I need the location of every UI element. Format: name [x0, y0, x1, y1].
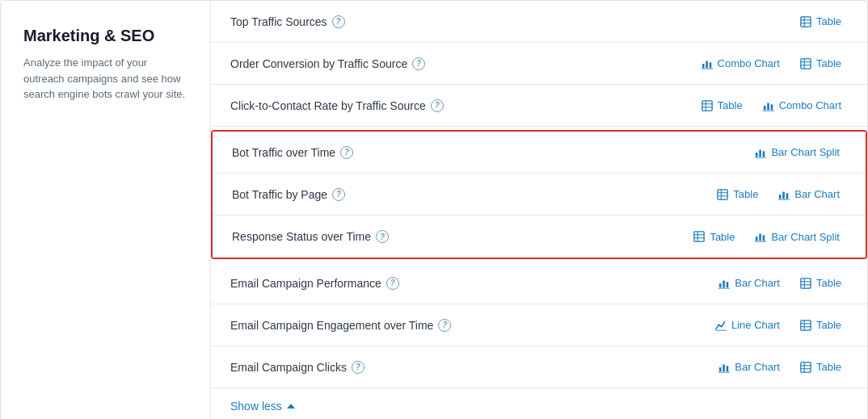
combo-icon	[762, 99, 775, 112]
action-combo-click-to-contact[interactable]: Combo Chart	[756, 96, 848, 115]
svg-rect-18	[770, 104, 773, 110]
svg-rect-37	[760, 234, 762, 241]
report-name-bot-traffic-page: Bot Traffic by Page?	[232, 188, 710, 201]
report-row-response-status: Response Status over Time? Table Bar Cha…	[213, 216, 866, 258]
report-name-bot-traffic-time: Bot Traffic over Time?	[232, 146, 748, 159]
svg-rect-6	[709, 62, 711, 68]
chevron-up-icon	[287, 404, 295, 409]
report-name-response-status: Response Status over Time?	[232, 230, 686, 243]
report-name-order-conversion: Order Conversion by Traffic Source?	[230, 57, 694, 70]
action-label: Table	[733, 188, 758, 200]
question-icon[interactable]: ?	[412, 57, 425, 70]
line-icon	[714, 319, 727, 332]
question-icon[interactable]: ?	[438, 319, 451, 332]
action-label: Bar Chart	[735, 361, 780, 373]
svg-rect-38	[763, 235, 765, 241]
svg-rect-54	[723, 364, 726, 371]
action-bar-bot-traffic-time[interactable]: Bar Chart Split	[748, 143, 846, 162]
report-name-email-campaign-engagement: Email Campaign Engagement over Time?	[230, 319, 708, 332]
report-row-click-to-contact: Click-to-Contact Rate by Traffic Source?…	[211, 85, 867, 127]
svg-rect-0	[801, 16, 811, 26]
report-actions-email-campaign-performance: Bar Chart Table	[711, 274, 848, 293]
rows-container: Top Traffic Sources? TableOrder Conversi…	[211, 1, 867, 388]
sidebar-description: Analyze the impact of your outreach camp…	[23, 55, 188, 103]
action-label: Table	[816, 15, 841, 27]
report-actions-order-conversion: Combo Chart Table	[694, 54, 848, 73]
table-icon	[693, 230, 706, 243]
table-icon	[799, 361, 812, 374]
action-bar-email-campaign-performance[interactable]: Bar Chart	[711, 274, 786, 293]
question-icon[interactable]: ?	[376, 230, 389, 243]
bar-icon	[754, 230, 767, 243]
report-name-email-campaign-performance: Email Campaign Performance?	[230, 277, 711, 290]
action-label: Table	[816, 319, 841, 331]
report-row-email-campaign-engagement: Email Campaign Engagement over Time? Lin…	[211, 304, 867, 346]
action-combo-order-conversion[interactable]: Combo Chart	[694, 54, 786, 73]
bar-icon	[754, 146, 767, 159]
action-label: Bar Chart	[735, 277, 780, 289]
report-name-text: Click-to-Contact Rate by Traffic Source	[230, 99, 426, 112]
svg-rect-22	[763, 151, 765, 157]
question-icon[interactable]: ?	[340, 146, 353, 159]
action-table-order-conversion[interactable]: Table	[793, 54, 848, 73]
show-less-row: Show less	[211, 388, 867, 419]
svg-rect-42	[727, 282, 729, 287]
svg-rect-5	[706, 61, 708, 68]
svg-rect-40	[719, 283, 722, 287]
main-content: Top Traffic Sources? TableOrder Conversi…	[211, 1, 867, 419]
report-name-text: Bot Traffic over Time	[232, 146, 335, 159]
action-label: Table	[816, 277, 841, 289]
svg-rect-44	[801, 278, 811, 287]
question-icon[interactable]: ?	[352, 361, 364, 374]
report-name-text: Email Campaign Engagement over Time	[230, 319, 433, 332]
svg-rect-21	[760, 149, 762, 157]
bar-icon	[718, 361, 731, 374]
report-actions-email-campaign-engagement: Line Chart Table	[708, 316, 848, 335]
svg-rect-8	[801, 58, 811, 68]
table-icon	[701, 99, 714, 112]
report-actions-click-to-contact: Table Combo Chart	[694, 96, 848, 115]
svg-rect-17	[767, 103, 769, 110]
svg-rect-36	[756, 237, 758, 241]
report-name-text: Bot Traffic by Page	[232, 188, 327, 201]
action-label: Table	[710, 231, 735, 243]
action-bar-email-campaign-clicks[interactable]: Bar Chart	[711, 358, 786, 377]
action-table-bot-traffic-page[interactable]: Table	[710, 185, 765, 204]
action-label: Table	[718, 99, 743, 111]
action-label: Table	[816, 361, 841, 373]
bar-icon	[777, 188, 790, 201]
action-table-response-status[interactable]: Table	[686, 227, 741, 246]
svg-rect-16	[764, 106, 766, 110]
table-icon	[799, 57, 812, 70]
sidebar-title: Marketing & SEO	[23, 27, 188, 45]
action-table-email-campaign-clicks[interactable]: Table	[793, 358, 848, 377]
show-less-label: Show less	[230, 400, 282, 413]
action-table-email-campaign-performance[interactable]: Table	[793, 274, 848, 293]
svg-rect-28	[779, 195, 782, 199]
combo-icon	[701, 57, 714, 70]
action-table-click-to-contact[interactable]: Table	[694, 96, 749, 115]
show-less-button[interactable]: Show less	[230, 400, 295, 413]
action-bar-response-status[interactable]: Bar Chart Split	[748, 227, 846, 246]
report-actions-top-traffic-sources: Table	[793, 12, 848, 31]
question-icon[interactable]: ?	[332, 15, 345, 28]
action-label: Bar Chart Split	[771, 146, 840, 158]
action-line-email-campaign-engagement[interactable]: Line Chart	[708, 316, 786, 335]
svg-rect-24	[718, 189, 727, 199]
report-row-bot-traffic-time: Bot Traffic over Time? Bar Chart Split	[213, 132, 866, 174]
action-table-email-campaign-engagement[interactable]: Table	[793, 316, 848, 335]
page-container: Marketing & SEO Analyze the impact of yo…	[0, 0, 868, 419]
report-actions-bot-traffic-time: Bar Chart Split	[748, 143, 846, 162]
action-label: Bar Chart Split	[771, 231, 840, 243]
table-icon	[799, 277, 812, 290]
svg-rect-30	[786, 193, 789, 199]
report-row-top-traffic-sources: Top Traffic Sources? Table	[211, 1, 867, 43]
sidebar: Marketing & SEO Analyze the impact of yo…	[1, 1, 211, 419]
question-icon[interactable]: ?	[386, 277, 399, 290]
question-icon[interactable]: ?	[332, 188, 345, 201]
report-actions-response-status: Table Bar Chart Split	[686, 227, 846, 246]
question-icon[interactable]: ?	[431, 99, 444, 112]
action-bar-bot-traffic-page[interactable]: Bar Chart	[771, 185, 846, 204]
action-table-top-traffic-sources[interactable]: Table	[793, 12, 848, 31]
svg-rect-20	[756, 153, 758, 157]
